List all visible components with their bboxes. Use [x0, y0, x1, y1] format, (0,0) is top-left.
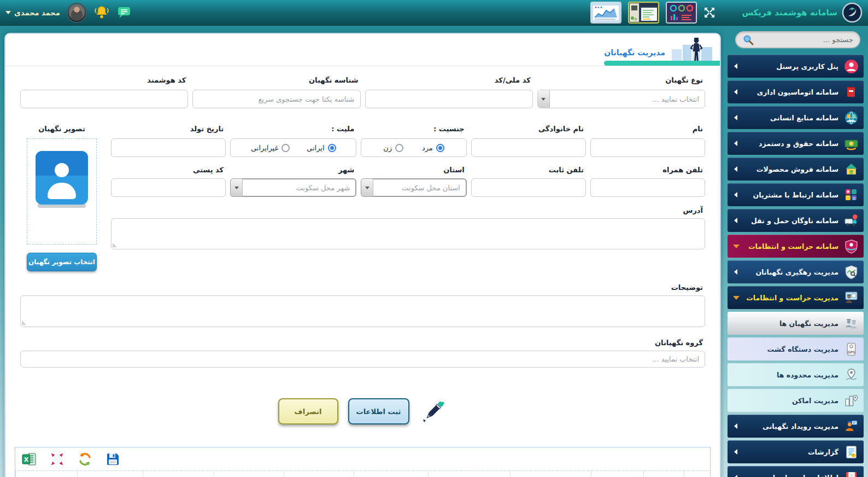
city-select[interactable] [230, 178, 356, 197]
user-avatar[interactable] [67, 3, 87, 23]
last-name-input[interactable] [471, 138, 586, 157]
birth-date-input[interactable] [111, 138, 226, 157]
collapse-columns-icon[interactable] [50, 452, 64, 467]
address-label: آدرس [113, 206, 703, 214]
guard-group-input[interactable] [20, 351, 705, 368]
column-header-guard-id[interactable]: شناسه نگهبان [428, 471, 510, 477]
person-icon [843, 58, 859, 74]
column-header-landline[interactable]: تلفن ثابت [77, 471, 143, 477]
notes-textarea-wrap [20, 295, 705, 327]
sidebar-item-patrol-device[interactable]: GPS مدیریت دستگاه گشت [728, 338, 864, 360]
column-header-first-name[interactable]: نام [591, 471, 643, 477]
sidebar-item-base-info[interactable]: اطلاعات پایه و اسناد [728, 466, 864, 477]
tab-active-underline [604, 61, 720, 66]
dropdown-arrow-icon[interactable] [538, 90, 550, 108]
sidebar-item-guard-events[interactable]: مدیریت رویداد نگهبانی [728, 415, 864, 438]
chevron-left-icon [734, 475, 737, 477]
bell-icon[interactable] [93, 5, 110, 20]
chevron-left-icon [734, 89, 737, 95]
sidebar-item-payroll[interactable]: سامانه حقوق و دستمزد [728, 132, 864, 155]
column-header-address[interactable]: آدرس [15, 471, 77, 477]
dropdown-arrow-icon[interactable] [231, 179, 243, 196]
buildings-pin-icon [843, 392, 859, 409]
column-header-birth-date[interactable]: تاریخ تولد [214, 471, 284, 477]
column-header-index[interactable]: ردیف [684, 471, 710, 477]
province-input[interactable] [361, 178, 466, 197]
gps-device-icon: GPS [843, 341, 859, 357]
crm-grid-icon [843, 187, 859, 203]
sidebar-item-security-management[interactable]: مدیریت حراست و انتظامات [728, 286, 864, 309]
dropdown-arrow-icon[interactable] [361, 179, 373, 196]
radio-icon [395, 144, 403, 152]
guard-id-input[interactable] [192, 90, 360, 108]
nationality-radio-non-iranian[interactable]: غیرایرانی [251, 144, 290, 152]
nationality-radio-iranian[interactable]: ایرانی [307, 144, 336, 152]
gender-radio-male[interactable]: مرد [422, 144, 444, 152]
refresh-grid-icon[interactable] [78, 452, 92, 467]
chevron-left-icon [734, 218, 737, 223]
first-name-label: نام [593, 125, 703, 133]
city-input[interactable] [230, 178, 356, 197]
address-textarea[interactable] [111, 218, 705, 249]
app-logo-icon [842, 2, 863, 23]
gender-radio-female[interactable]: زن [383, 144, 403, 152]
sidebar-item-fleet[interactable]: سامانه ناوگان حمل و نقل [728, 209, 864, 232]
column-header-mobile[interactable]: تلفن همراه [143, 471, 214, 477]
chevron-down-icon [733, 245, 740, 248]
chevron-left-icon [734, 63, 737, 69]
column-header-national-code[interactable]: کد ملی/کد [354, 471, 428, 477]
fullscreen-icon[interactable] [703, 7, 715, 19]
first-name-input[interactable] [590, 138, 705, 157]
dashboard-thumbnail-charts[interactable] [590, 2, 621, 24]
submit-button[interactable]: ثبت اطلاعات [348, 398, 409, 424]
main-content: مدیریت نگهبانان نوع نگهبان کد ملی/ [0, 26, 724, 477]
search-input[interactable] [754, 36, 853, 44]
chat-icon[interactable] [116, 5, 132, 20]
guards-grid: X [15, 447, 711, 477]
national-code-input[interactable] [365, 90, 533, 108]
sidebar-item-reports[interactable]: گزارشات [728, 440, 864, 463]
notes-textarea[interactable] [20, 295, 705, 327]
hr-people-icon [843, 109, 859, 126]
sidebar-item-places-management[interactable]: مدیریت اماکن [728, 389, 864, 412]
dashboard-thumbnail-analytics[interactable] [666, 2, 697, 24]
page-title: مدیریت نگهبانان [604, 48, 665, 57]
guard-form: نوع نگهبان کد ملی/کد شناسه نگهبان [5, 66, 720, 426]
landline-input[interactable] [471, 178, 586, 197]
guard-type-select[interactable] [537, 90, 705, 108]
sidebar-item-sales[interactable]: سامانه فروش محصولات [728, 158, 864, 181]
dashboard-thumbnail-workspace[interactable] [628, 2, 659, 24]
search-icon[interactable] [742, 34, 754, 46]
sidebar-item-security-system[interactable]: سامانه حراست و انتظامات [728, 235, 864, 258]
chevron-left-icon [734, 166, 737, 172]
mobile-input[interactable] [590, 178, 705, 197]
choose-photo-button[interactable]: انتخاب تصویر نگهبان [27, 253, 97, 271]
sidebar-item-crm[interactable]: سامانه ارتباط با مشتریان [728, 183, 864, 206]
guard-type-label: نوع نگهبان [539, 76, 703, 84]
cancel-button[interactable]: انصراف [278, 398, 338, 424]
guard-group-label: گروه نگهبانان [22, 339, 703, 347]
province-select[interactable] [361, 178, 466, 197]
save-layout-icon[interactable] [105, 452, 120, 467]
sidebar-item-guard-tracking[interactable]: مدیریت رهگیری نگهبانان [728, 260, 864, 283]
truck-pin-icon [843, 212, 859, 229]
postal-code-input[interactable] [111, 178, 226, 197]
guard-event-icon [843, 418, 859, 434]
sidebar-item-office-automation[interactable]: سامانه اتوماسیون اداری [728, 80, 864, 103]
tab-guards-management[interactable]: مدیریت نگهبانان [599, 34, 720, 66]
guard-type-input[interactable] [537, 90, 705, 108]
sidebar-item-zones-management[interactable]: مدیریت محدوده ها [728, 363, 864, 386]
nationality-radio-group: ایرانی غیرایرانی [230, 138, 356, 157]
smart-code-input[interactable] [20, 90, 188, 108]
sidebar-item-human-resources[interactable]: سامانه منابع انسانی [728, 106, 864, 129]
column-header-smart-code[interactable]: کد هوشمند [284, 471, 354, 477]
sidebar-item-guards-management[interactable]: مدیریت نگهبان ها [728, 312, 864, 335]
excel-export-icon[interactable]: X [22, 452, 37, 467]
column-header-operations[interactable]: عملیات [643, 471, 684, 477]
guard-photo-box[interactable] [27, 138, 97, 245]
hamburger-menu-icon[interactable] [722, 8, 735, 18]
column-header-last-name[interactable]: نام خانوادگی [510, 471, 591, 477]
user-menu[interactable]: محمد محمدی [5, 9, 60, 17]
radio-selected-icon [328, 144, 336, 152]
sidebar-item-personnel-panel[interactable]: پنل کاربری پرسنل [728, 55, 864, 78]
